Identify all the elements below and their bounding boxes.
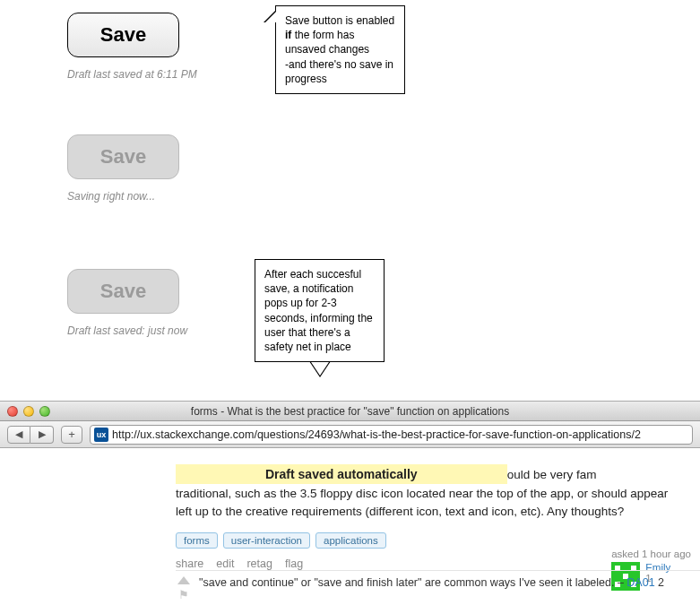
page-body: Draft saved automaticallyould be very fa… xyxy=(0,448,700,605)
save-button-saved: Save xyxy=(67,269,179,314)
close-icon[interactable] xyxy=(7,406,18,417)
comment-author-link[interactable]: DA01 xyxy=(627,576,654,589)
window-title: forms - What is the best practice for "s… xyxy=(191,405,509,418)
retag-link[interactable]: retag xyxy=(246,557,272,570)
question-body-line: left up to the creative requirements (di… xyxy=(176,504,700,520)
tag-forms[interactable]: forms xyxy=(176,532,218,549)
question-body-line: traditional, such as the 3.5 floppy disc… xyxy=(176,486,700,502)
add-bookmark-button[interactable]: + xyxy=(61,426,82,444)
callout-toast-explainer: After each succesful save, a notificatio… xyxy=(255,259,385,362)
draft-status-saved: Draft last saved: just now xyxy=(67,324,187,337)
share-link[interactable]: share xyxy=(176,557,203,570)
comment-row: ⚑ "save and continue" or "save and finis… xyxy=(176,570,700,605)
minimize-icon[interactable] xyxy=(23,406,34,417)
save-button-saving: Save xyxy=(67,134,179,179)
flag-link[interactable]: flag xyxy=(285,557,303,570)
callout-enabled-condition: Save button is enabled if the form has u… xyxy=(275,5,405,94)
url-bar[interactable]: ux http://ux.stackexchange.com/questions… xyxy=(90,425,693,445)
comment-time-tail: 2 xyxy=(655,576,664,589)
save-button-label: Save xyxy=(100,145,146,169)
question-body-tail: ould be very fam xyxy=(507,468,597,481)
asked-time: asked 1 hour ago xyxy=(611,549,691,559)
browser-titlebar: forms - What is the best practice for "s… xyxy=(0,402,700,421)
browser-toolbar: ◀ ▶ + ux http://ux.stackexchange.com/que… xyxy=(0,421,700,448)
favicon-icon: ux xyxy=(94,428,108,442)
flag-icon[interactable]: ⚑ xyxy=(178,588,189,601)
tag-list: forms user-interaction applications xyxy=(176,532,700,549)
browser-window: forms - What is the best practice for "s… xyxy=(0,401,700,605)
tag-user-interaction[interactable]: user-interaction xyxy=(223,532,310,549)
forward-button[interactable]: ▶ xyxy=(30,426,54,444)
comment-text: "save and continue" or "save and finish … xyxy=(199,576,627,589)
url-text: http://ux.stackexchange.com/questions/24… xyxy=(112,428,641,441)
maximize-icon[interactable] xyxy=(39,406,50,417)
save-button-label: Save xyxy=(100,23,146,47)
save-button-label: Save xyxy=(100,280,146,303)
tag-applications[interactable]: applications xyxy=(315,532,386,549)
draft-status-saving: Saving right now... xyxy=(67,190,179,203)
draft-autosave-banner: Draft saved automatically xyxy=(176,464,507,484)
draft-status-enabled: Draft last saved at 6:11 PM xyxy=(67,68,197,81)
edit-link[interactable]: edit xyxy=(216,557,234,570)
save-button-enabled[interactable]: Save xyxy=(67,13,179,57)
upvote-icon[interactable] xyxy=(177,576,190,584)
back-button[interactable]: ◀ xyxy=(7,426,30,444)
